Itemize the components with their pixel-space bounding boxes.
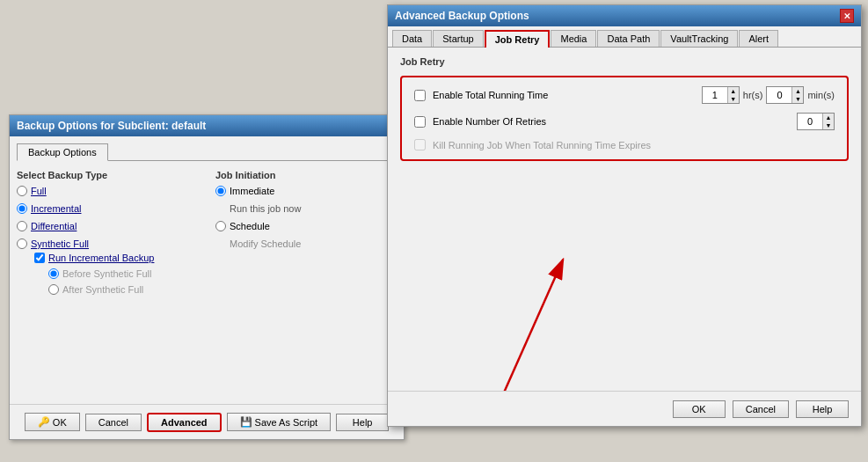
radio-synthetic-full-label: Synthetic Full [31,238,89,249]
radio-immediate[interactable]: Immediate [215,186,397,196]
tab-startup[interactable]: Startup [433,30,483,47]
advanced-button[interactable]: Advanced [147,413,222,432]
save-as-script-button[interactable]: 💾 Save As Script [227,413,332,431]
backup-window-titlebar: Backup Options for Subclient: default [10,115,404,136]
job-retry-section-title: Job Retry [400,56,849,67]
ok-button-backup[interactable]: 🔑 OK [25,413,80,431]
cancel-button-backup[interactable]: Cancel [85,414,142,431]
radio-differential[interactable]: Differential [17,221,198,231]
job-initiation-label: Job Initiation [215,170,397,180]
enable-total-running-time-checkbox[interactable] [414,90,426,101]
advanced-body: Job Retry Enable Total Running Time ▲ ▼ … [388,48,861,179]
radio-synthetic-full[interactable]: Synthetic Full [17,238,198,249]
ok-icon: 🔑 [38,416,50,428]
close-button[interactable]: ✕ [840,9,854,23]
tab-data[interactable]: Data [392,30,432,47]
kill-running-job-row: Kill Running Job When Total Running Time… [414,139,835,150]
tab-media[interactable]: Media [551,30,596,47]
minutes-spinbox[interactable]: ▲ ▼ [766,86,804,104]
cancel-button-advanced[interactable]: Cancel [733,400,789,418]
after-synthetic-label: After Synthetic Full [62,284,143,295]
advanced-title: Advanced Backup Options [395,10,529,22]
backup-type-radio-group: Full Incremental Differential Synthetic … [17,186,198,249]
run-now-note: Run this job now [230,203,397,214]
radio-full[interactable]: Full [17,186,198,196]
enable-number-of-retries-row: Enable Number Of Retries ▲ ▼ [414,113,835,130]
ok-button-advanced[interactable]: OK [673,400,726,418]
tab-data-path[interactable]: Data Path [597,30,660,47]
radio-schedule-label: Schedule [230,221,270,231]
hours-input[interactable] [703,89,727,101]
minutes-input[interactable] [767,89,791,101]
radio-differential-label: Differential [31,221,77,231]
hours-up-button[interactable]: ▲ [728,87,739,95]
radio-incremental[interactable]: Incremental [17,203,198,214]
synthetic-full-sub-options: Run Incremental Backup Before Synthetic … [34,253,198,295]
backup-type-label: Select Backup Type [17,170,198,180]
enable-total-running-time-row: Enable Total Running Time ▲ ▼ hr(s) ▲ [414,86,835,104]
hours-spinbox[interactable]: ▲ ▼ [702,86,740,104]
enable-number-of-retries-label: Enable Number Of Retries [433,116,546,127]
advanced-backup-window: Advanced Backup Options ✕ Data Startup J… [387,4,862,427]
help-button-backup[interactable]: Help [336,414,389,431]
kill-running-job-checkbox[interactable] [414,139,426,150]
job-retry-box: Enable Total Running Time ▲ ▼ hr(s) ▲ [400,76,849,161]
minutes-up-button[interactable]: ▲ [792,87,803,95]
radio-full-label: Full [31,186,47,196]
radio-immediate-label: Immediate [230,186,274,196]
run-incremental-checkbox[interactable]: Run Incremental Backup [34,253,198,263]
kill-running-job-label: Kill Running Job When Total Running Time… [433,140,651,150]
radio-before-synthetic[interactable]: Before Synthetic Full [48,268,198,279]
backup-tab-bar: Backup Options [17,143,397,161]
retries-down-button[interactable]: ▼ [823,121,834,129]
tab-backup-options[interactable]: Backup Options [17,143,108,161]
hours-down-button[interactable]: ▼ [728,95,739,103]
backup-window-title: Backup Options for Subclient: default [17,120,206,132]
advanced-tab-bar: Data Startup Job Retry Media Data Path V… [388,26,861,48]
modify-schedule-link[interactable]: Modify Schedule [230,238,397,249]
radio-incremental-label: Incremental [31,203,81,214]
mins-label: min(s) [807,90,835,100]
retries-up-button[interactable]: ▲ [823,114,834,121]
advanced-titlebar: Advanced Backup Options ✕ [388,5,861,26]
help-button-advanced[interactable]: Help [796,400,849,418]
hrs-label: hr(s) [743,90,763,100]
job-initiation-column: Job Initiation Immediate Run this job no… [215,170,397,295]
job-initiation-radio-group: Immediate Run this job now Schedule Modi… [215,186,397,249]
before-synthetic-label: Before Synthetic Full [62,268,152,279]
retries-spinbox[interactable]: ▲ ▼ [797,113,835,130]
radio-after-synthetic[interactable]: After Synthetic Full [48,284,198,295]
minutes-down-button[interactable]: ▼ [792,95,803,103]
advanced-window-footer: OK Cancel Help [388,391,861,426]
tab-job-retry[interactable]: Job Retry [485,30,551,48]
enable-total-running-time-label: Enable Total Running Time [433,90,548,100]
tab-vault-tracking[interactable]: VaultTracking [660,30,738,47]
backup-options-window: Backup Options for Subclient: default Ba… [9,114,405,440]
backup-window-footer: 🔑 OK Cancel Advanced 💾 Save As Script He… [10,404,404,439]
tab-alert[interactable]: Alert [739,30,778,47]
save-script-icon: 💾 [240,416,252,428]
run-incremental-label: Run Incremental Backup [48,253,154,263]
enable-number-of-retries-checkbox[interactable] [414,116,426,128]
retries-input[interactable] [798,115,822,128]
radio-schedule[interactable]: Schedule [215,221,397,231]
backup-type-column: Select Backup Type Full Incremental Diff… [17,170,198,295]
